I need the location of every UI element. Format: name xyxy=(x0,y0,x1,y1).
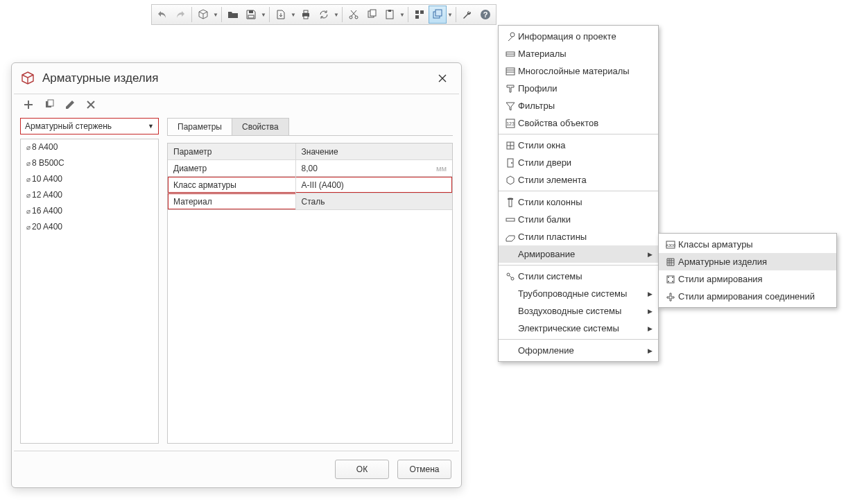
rebar-type-select[interactable]: Арматурный стержень ▼ xyxy=(20,118,159,134)
svg-point-34 xyxy=(668,277,669,278)
paste-icon[interactable] xyxy=(381,5,399,24)
grid-header: Параметр Значение xyxy=(168,144,452,160)
menu-materials[interactable]: Материалы xyxy=(499,45,658,62)
cancel-button[interactable]: Отмена xyxy=(397,460,451,479)
submenu-rebar-products[interactable]: Арматурные изделия xyxy=(659,253,836,270)
grid-row-class[interactable]: Класс арматуры A-III (A400) xyxy=(168,177,452,193)
main-toolbar: ▼ ▼ ▼ ▼ ▼ ▼ ? xyxy=(151,4,497,25)
grid-row-material[interactable]: Материал Сталь xyxy=(168,193,452,210)
window-icon xyxy=(503,140,518,151)
print-icon[interactable] xyxy=(297,5,315,24)
help-icon[interactable]: ? xyxy=(476,5,494,24)
wrench-icon[interactable] xyxy=(458,5,476,24)
cube-dropdown-icon[interactable]: ▼ xyxy=(212,5,219,24)
manage-menu: Информация о проекте Материалы Многослой… xyxy=(498,25,659,362)
list-item[interactable]: ⌀20 A400 xyxy=(21,219,158,235)
list-item[interactable]: ⌀8 B500C xyxy=(21,155,158,171)
save-dropdown-icon[interactable]: ▼ xyxy=(260,5,267,24)
tabs: Параметры Свойства xyxy=(167,118,453,136)
delete-button[interactable] xyxy=(85,99,96,110)
menu-pipe-systems[interactable]: Трубопроводные системы ▶ xyxy=(499,285,658,302)
add-button[interactable] xyxy=(23,99,34,110)
menu-object-properties[interactable]: 123 Свойства объектов xyxy=(499,114,658,132)
submenu-rebar-classes[interactable]: A300 Классы арматуры xyxy=(659,236,836,253)
menu-element-styles[interactable]: Стили элемента xyxy=(499,171,658,189)
svg-rect-4 xyxy=(304,16,308,19)
dialog-icon xyxy=(20,71,35,86)
submenu-arrow-icon: ▶ xyxy=(648,325,653,332)
list-item[interactable]: ⌀16 A400 xyxy=(21,203,158,219)
ok-button[interactable]: ОК xyxy=(335,460,389,479)
paste-dropdown-icon[interactable]: ▼ xyxy=(399,5,406,24)
grid-icon xyxy=(663,257,678,268)
grid-row-diameter[interactable]: Диаметр 8,00мм xyxy=(168,160,452,177)
menu-plate-styles[interactable]: Стили пластины xyxy=(499,228,658,245)
menu-project-info[interactable]: Информация о проекте xyxy=(499,28,658,45)
submenu-arrow-icon: ▶ xyxy=(648,308,653,315)
rebar-style-icon xyxy=(663,274,678,285)
svg-rect-12 xyxy=(420,10,424,14)
export-dropdown-icon[interactable]: ▼ xyxy=(290,5,297,24)
refresh-dropdown-icon[interactable]: ▼ xyxy=(333,5,340,24)
cut-icon[interactable] xyxy=(345,5,363,24)
properties-icon: 123 xyxy=(503,118,518,129)
duplicate-button[interactable] xyxy=(44,99,55,110)
list-item[interactable]: ⌀12 A400 xyxy=(21,187,158,203)
svg-rect-1 xyxy=(248,15,254,18)
list-item[interactable]: ⌀10 A400 xyxy=(21,171,158,187)
undo-icon[interactable] xyxy=(153,5,171,24)
menu-beam-styles[interactable]: Стили балки xyxy=(499,211,658,228)
svg-point-25 xyxy=(511,162,512,164)
dialog-title: Арматурные изделия xyxy=(42,71,432,85)
close-button[interactable] xyxy=(432,68,453,89)
beam-icon xyxy=(503,214,518,225)
menu-column-styles[interactable]: Стили колонны xyxy=(499,193,658,211)
align-icon[interactable] xyxy=(411,5,429,24)
materials-icon xyxy=(503,49,518,60)
svg-rect-39 xyxy=(48,100,53,106)
copy-icon[interactable] xyxy=(363,5,381,24)
menu-system-styles[interactable]: Стили системы xyxy=(499,268,658,285)
submenu-arrow-icon: ▶ xyxy=(648,290,653,297)
submenu-joint-reinforcement-styles[interactable]: Стили армирования соединений xyxy=(659,288,836,305)
save-icon[interactable] xyxy=(242,5,260,24)
door-icon xyxy=(503,157,518,168)
svg-rect-0 xyxy=(249,10,253,13)
system-icon xyxy=(503,271,518,282)
menu-reinforcement[interactable]: Армирование ▶ xyxy=(499,245,658,263)
joint-icon xyxy=(663,291,678,302)
svg-rect-28 xyxy=(506,218,515,221)
tab-properties[interactable]: Свойства xyxy=(232,118,289,135)
svg-text:123: 123 xyxy=(506,121,515,126)
rebar-list[interactable]: ⌀8 A400 ⌀8 B500C ⌀10 A400 ⌀12 A400 ⌀16 A… xyxy=(20,139,159,444)
refresh-icon[interactable] xyxy=(315,5,333,24)
rebar-class-icon: A300 xyxy=(663,239,678,250)
menu-filters[interactable]: Фильтры xyxy=(499,97,658,114)
manage-icon[interactable] xyxy=(429,6,447,24)
svg-point-36 xyxy=(668,281,669,282)
menu-layered-materials[interactable]: Многослойные материалы xyxy=(499,62,658,80)
menu-door-styles[interactable]: Стили двери xyxy=(499,154,658,171)
submenu-arrow-icon: ▶ xyxy=(648,347,653,354)
menu-annotation[interactable]: Оформление ▶ xyxy=(499,342,658,359)
svg-point-18 xyxy=(510,33,515,37)
dialog-titlebar: Арматурные изделия xyxy=(12,63,461,94)
menu-duct-systems[interactable]: Воздуховодные системы ▶ xyxy=(499,302,658,320)
list-item[interactable]: ⌀8 A400 xyxy=(21,139,158,155)
svg-rect-20 xyxy=(506,68,515,75)
export-icon[interactable] xyxy=(272,5,290,24)
filter-icon xyxy=(503,101,518,112)
profiles-icon xyxy=(503,83,518,94)
redo-icon[interactable] xyxy=(171,5,189,24)
svg-rect-3 xyxy=(304,10,308,13)
open-icon[interactable] xyxy=(224,5,242,24)
element-icon xyxy=(503,175,518,186)
menu-electrical-systems[interactable]: Электрические системы ▶ xyxy=(499,320,658,337)
cube-icon[interactable] xyxy=(194,5,212,24)
manage-dropdown-icon[interactable]: ▼ xyxy=(447,5,454,24)
menu-profiles[interactable]: Профили xyxy=(499,80,658,97)
edit-button[interactable] xyxy=(64,99,76,110)
submenu-reinforcement-styles[interactable]: Стили армирования xyxy=(659,270,836,288)
menu-window-styles[interactable]: Стили окна xyxy=(499,137,658,154)
tab-parameters[interactable]: Параметры xyxy=(167,118,232,135)
